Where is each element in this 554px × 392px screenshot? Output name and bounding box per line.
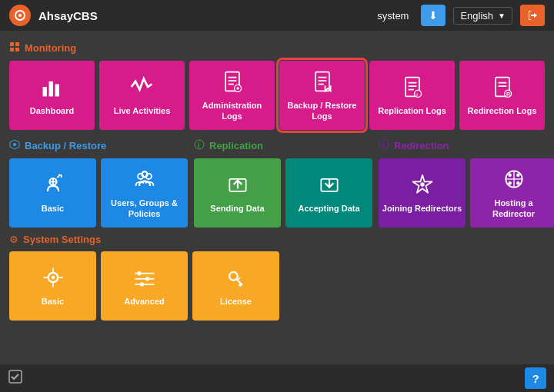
tile-live-activities-label: Live Activities [114, 106, 171, 116]
monitoring-icon [9, 42, 20, 55]
hosting-redirector-icon [502, 167, 526, 195]
middle-sections: Backup / Restore Basic Users, Groups & P… [9, 135, 545, 232]
svg-rect-8 [55, 84, 58, 96]
main-content: Monitoring Dashboard Live Activities Adm… [0, 31, 554, 331]
svg-text:R: R [506, 91, 509, 98]
tile-license[interactable]: License [192, 251, 279, 321]
svg-rect-5 [15, 48, 19, 51]
system-settings-tiles: Basic Advanced License [9, 251, 545, 321]
monitoring-section-header: Monitoring [9, 42, 545, 55]
language-label: English [460, 10, 493, 22]
tile-live-activities[interactable]: Live Activities [99, 61, 185, 130]
tile-backup-restore-logs[interactable]: Backup / Restore Logs [279, 61, 365, 130]
svg-rect-4 [10, 48, 14, 51]
backup-restore-section: Backup / Restore Basic Users, Groups & P… [9, 135, 188, 232]
replication-header: i Replication [194, 139, 372, 152]
footer-check-icon [8, 369, 23, 387]
app-header: AhsayCBS system ⬇ English ▼ [0, 0, 554, 31]
svg-point-53 [508, 181, 511, 184]
tile-replication-logs-label: Replication Logs [378, 106, 446, 116]
svg-point-54 [516, 181, 519, 184]
app-footer: ? [0, 364, 554, 392]
backup-restore-tiles: Basic Users, Groups & Policies [9, 158, 188, 228]
redirection-section: i Redirection Joining Redirectors [379, 135, 554, 232]
svg-rect-3 [15, 42, 19, 46]
svg-rect-7 [48, 81, 52, 97]
svg-point-1 [18, 14, 22, 17]
tile-hosting-redirector[interactable]: Hosting a Redirector [470, 158, 554, 228]
svg-text:i: i [382, 141, 385, 149]
tile-accepting-data[interactable]: Accepting Data [285, 158, 372, 228]
live-activities-icon [130, 75, 155, 103]
svg-point-61 [137, 271, 141, 275]
tile-advanced[interactable]: Advanced [101, 251, 188, 321]
svg-rect-6 [42, 87, 46, 96]
advanced-icon [132, 265, 157, 294]
help-button[interactable]: ? [525, 367, 546, 389]
tile-sys-basic-label: Basic [42, 297, 64, 307]
tile-dashboard[interactable]: Dashboard [9, 61, 95, 130]
basic-backup-icon [41, 172, 65, 201]
tile-backup-restore-logs-label: Backup / Restore Logs [282, 101, 362, 121]
tile-redirection-logs[interactable]: R Redirection Logs [459, 61, 545, 130]
svg-point-37 [142, 172, 147, 178]
svg-rect-2 [10, 42, 14, 46]
replication-label: Replication [209, 140, 263, 151]
backup-restore-logs-icon [310, 69, 335, 98]
license-icon [224, 265, 249, 294]
replication-section-icon: i [194, 139, 205, 152]
language-selector[interactable]: English ▼ [453, 7, 512, 25]
tile-replication-logs[interactable]: i Replication Logs [369, 61, 455, 130]
system-settings-icon: ⚙ [9, 234, 18, 245]
replication-logs-icon: i [400, 75, 425, 103]
chevron-down-icon: ▼ [498, 12, 506, 20]
tile-sending-data-label: Sending Data [210, 204, 264, 214]
svg-point-51 [508, 174, 511, 177]
svg-point-52 [516, 174, 519, 177]
tile-joining-redirectors-label: Joining Redirectors [382, 204, 462, 214]
svg-point-64 [145, 277, 149, 281]
tile-advanced-label: Advanced [124, 297, 165, 307]
monitoring-tiles: Dashboard Live Activities Administration… [9, 61, 545, 130]
tile-admin-logs-label: Administration Logs [192, 101, 272, 121]
svg-point-31 [13, 143, 16, 146]
svg-point-67 [139, 282, 143, 286]
tile-hosting-redirector-label: Hosting a Redirector [473, 198, 554, 218]
dashboard-icon [40, 75, 65, 103]
tile-redirection-logs-label: Redirection Logs [468, 106, 537, 116]
tile-admin-logs[interactable]: Administration Logs [189, 61, 275, 130]
download-button[interactable]: ⬇ [421, 5, 446, 26]
tile-joining-redirectors[interactable]: Joining Redirectors [379, 158, 466, 228]
backup-restore-icon [9, 139, 20, 152]
monitoring-label: Monitoring [25, 42, 76, 54]
backup-restore-label: Backup / Restore [25, 140, 106, 151]
redirection-tiles: Joining Redirectors [379, 158, 554, 228]
system-settings-section-header: ⚙ System Settings [9, 234, 545, 245]
app-title: AhsayCBS [38, 9, 369, 22]
tile-basic-backup-label: Basic [42, 204, 64, 214]
tile-dashboard-label: Dashboard [30, 106, 74, 116]
redirection-header: i Redirection [379, 139, 554, 152]
tile-accepting-data-label: Accepting Data [298, 204, 359, 214]
tile-sys-basic[interactable]: Basic [9, 251, 96, 321]
users-groups-icon [132, 167, 157, 195]
redirection-label: Redirection [394, 140, 449, 151]
replication-tiles: Sending Data Accepting Data [194, 158, 372, 228]
tile-basic-backup[interactable]: Basic [9, 158, 96, 228]
tile-users-groups-label: Users, Groups & Policies [104, 198, 185, 218]
current-user: system [377, 10, 409, 22]
svg-point-56 [51, 276, 54, 279]
svg-text:i: i [416, 91, 418, 97]
admin-logs-icon [220, 69, 245, 98]
system-settings-label: System Settings [23, 234, 101, 245]
accepting-data-icon [317, 172, 342, 201]
svg-point-47 [420, 182, 424, 186]
tile-license-label: License [220, 297, 252, 307]
sending-data-icon [225, 172, 250, 201]
tile-sending-data[interactable]: Sending Data [194, 158, 281, 228]
help-label: ? [532, 372, 539, 385]
logout-button[interactable] [520, 5, 545, 26]
sys-basic-icon [41, 265, 65, 294]
redirection-section-icon: i [379, 139, 389, 152]
tile-users-groups[interactable]: Users, Groups & Policies [101, 158, 188, 228]
